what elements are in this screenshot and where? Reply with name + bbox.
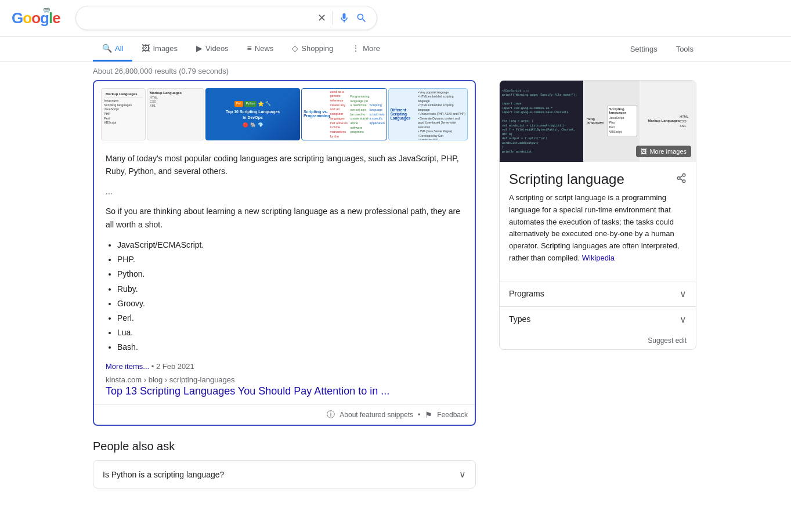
paa-question-text-1: Is Python is a scripting language? <box>103 470 224 479</box>
logo-e: e <box>52 9 60 27</box>
search-tab-icon: 🔍 <box>102 44 112 53</box>
tab-images[interactable]: 🖼 Images <box>132 37 187 61</box>
kp-programs-label: Programs <box>509 289 544 298</box>
search-bar: scripting languages ✕ <box>75 6 377 30</box>
tab-news[interactable]: ≡ News <box>238 37 283 61</box>
logo-o1: o <box>23 9 31 27</box>
search-button[interactable] <box>356 12 367 24</box>
microphone-icon <box>338 12 350 24</box>
logo-g: G <box>12 9 23 27</box>
shopping-tab-icon: ◇ <box>292 44 298 53</box>
paa-item-1: Is Python is a scripting language? ∨ <box>93 460 476 488</box>
snippet-list: JavaScript/ECMAScript. PHP. Python. Ruby… <box>106 238 463 355</box>
search-icon <box>356 12 367 24</box>
left-column: Markup Languages languagesScripting lang… <box>93 80 476 491</box>
kp-types-chevron-icon: ∨ <box>680 314 687 325</box>
paa-question-1[interactable]: Is Python is a scripting language? ∨ <box>93 461 475 488</box>
snippet-intro-text: Many of today's most popular coding lang… <box>106 152 463 178</box>
list-item: JavaScript/ECMAScript. <box>117 238 463 252</box>
kp-images: <!DocScript ☐ □printf("Warning page: Spe… <box>500 81 696 162</box>
snippet-image-3[interactable]: Perl Python ⭐ 🔧 Top 10 Scripting Languag… <box>205 88 300 140</box>
svg-line-4 <box>680 175 682 177</box>
search-input[interactable]: scripting languages <box>85 13 313 23</box>
snippet-footer: ⓘ About featured snippets • ⚑ Feedback <box>94 404 475 425</box>
svg-point-2 <box>682 180 685 183</box>
google-logo: Goog🥽le <box>12 9 60 27</box>
kp-title: Scripting language <box>509 171 624 187</box>
tab-all-label: All <box>115 44 123 53</box>
nav-right: Settings Tools <box>626 38 698 60</box>
more-tab-icon: ⋮ <box>352 44 360 53</box>
kp-description: A scripting or script language is a prog… <box>509 192 687 265</box>
list-item: Lua. <box>117 325 463 340</box>
kp-share-button[interactable] <box>676 173 687 186</box>
image-icon: 🖼 <box>641 148 647 155</box>
nav-tabs: 🔍 All 🖼 Images ▶ Videos ≡ News ◇ Shoppin… <box>0 37 791 62</box>
snippet-more-row: More items... • 2 Feb 2021 <box>106 361 463 371</box>
snippet-date: • 2 Feb 2021 <box>149 362 194 371</box>
kp-image-1[interactable]: <!DocScript ☐ □printf("Warning page: Spe… <box>500 81 583 162</box>
snippet-source: kinsta.com › blog › scripting-languages <box>106 375 463 384</box>
list-item: Ruby. <box>117 282 463 296</box>
more-images-label: More images <box>649 148 687 155</box>
snippet-body-text: So if you are thinking about learning a … <box>106 205 463 231</box>
kp-section-types[interactable]: Types ∨ <box>500 306 696 332</box>
kp-section-programs[interactable]: Programs ∨ <box>500 281 696 306</box>
results-count: About 26,800,000 results (0.79 seconds) <box>0 62 791 80</box>
tab-videos[interactable]: ▶ Videos <box>187 37 238 61</box>
tab-videos-label: Videos <box>205 44 229 53</box>
svg-point-1 <box>677 176 680 179</box>
more-items-link[interactable]: More items... <box>106 362 149 371</box>
svg-line-3 <box>680 179 682 180</box>
share-icon <box>676 173 687 183</box>
list-item: Perl. <box>117 311 463 325</box>
paa-title: People also ask <box>93 440 476 453</box>
tab-all[interactable]: 🔍 All <box>93 37 132 61</box>
tools-button[interactable]: Tools <box>671 38 698 60</box>
more-images-button[interactable]: 🖼 More images <box>636 146 691 157</box>
featured-snippet: Markup Languages languagesScripting lang… <box>93 80 476 426</box>
snippet-ellipsis: ... <box>106 185 463 198</box>
main-content: Markup Languages languagesScripting lang… <box>0 80 791 491</box>
kp-body: Scripting language A scripting or script… <box>500 162 696 281</box>
kp-wikipedia-link[interactable]: Wikipedia <box>582 254 615 262</box>
feedback-link[interactable]: Feedback <box>437 411 468 419</box>
clear-button[interactable]: ✕ <box>317 12 326 24</box>
tab-images-label: Images <box>153 44 178 53</box>
voice-search-button[interactable] <box>338 12 350 24</box>
snippet-image-1[interactable]: Markup Languages languagesScripting lang… <box>101 88 146 140</box>
snippet-image-4[interactable]: Scripting vs. Programming Programming la… <box>301 88 387 140</box>
kp-image-2[interactable]: ming languages Scripting languages JavaS… <box>584 81 640 162</box>
knowledge-panel: <!DocScript ☐ □printf("Warning page: Spe… <box>499 80 696 350</box>
logo-o2: o <box>31 9 40 27</box>
kp-suggest-edit[interactable]: Suggest edit <box>500 332 696 349</box>
list-item: Bash. <box>117 340 463 354</box>
about-snippets-link[interactable]: About featured snippets <box>339 411 413 419</box>
footer-dot: • <box>418 411 420 419</box>
header: Goog🥽le scripting languages ✕ <box>0 0 791 37</box>
tab-news-label: News <box>255 44 274 53</box>
kp-types-label: Types <box>509 314 530 324</box>
tab-more[interactable]: ⋮ More <box>342 37 389 61</box>
svg-point-0 <box>682 173 685 176</box>
snippet-image-2[interactable]: Markup Languages HTMLCSSXML <box>147 88 204 140</box>
news-tab-icon: ≡ <box>247 44 252 53</box>
tab-shopping-label: Shopping <box>301 44 333 53</box>
images-tab-icon: 🖼 <box>142 44 150 53</box>
list-item: Groovy. <box>117 296 463 311</box>
videos-tab-icon: ▶ <box>196 44 203 53</box>
search-bar-icons: ✕ <box>317 11 367 25</box>
logo-g2: g🥽 <box>40 9 49 27</box>
settings-button[interactable]: Settings <box>626 38 662 60</box>
kp-title-row: Scripting language <box>509 171 687 187</box>
right-column: <!DocScript ☐ □printf("Warning page: Spe… <box>499 80 696 491</box>
snippet-image-5[interactable]: Different Scripting Languages • PHP (Hyp… <box>388 88 468 140</box>
snippet-body: Many of today's most popular coding lang… <box>94 145 475 404</box>
snippet-images: Markup Languages languagesScripting lang… <box>94 81 475 145</box>
snippet-title-link[interactable]: Top 13 Scripting Languages You Should Pa… <box>106 385 389 397</box>
list-item: Python. <box>117 267 463 281</box>
people-also-ask: People also ask Is Python is a scripting… <box>93 440 476 488</box>
tab-shopping[interactable]: ◇ Shopping <box>283 37 342 61</box>
kp-programs-chevron-icon: ∨ <box>680 288 687 299</box>
about-snippets-icon: ⓘ <box>327 410 335 420</box>
